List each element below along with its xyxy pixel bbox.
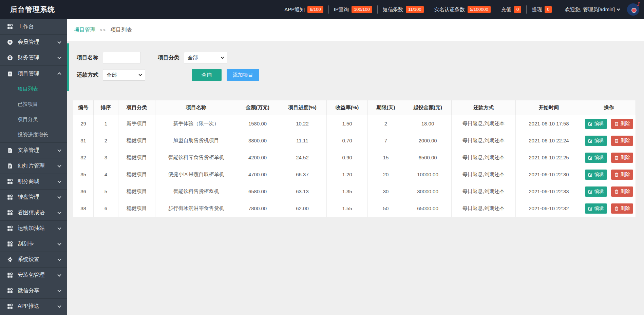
add-project-button[interactable]: 添加项目 [227, 69, 259, 81]
project-name-input[interactable] [103, 52, 141, 63]
topbar-stat[interactable]: IP查询 100/100 [328, 5, 377, 14]
cell-category: 新手项目 [118, 115, 155, 132]
topbar-stat[interactable]: 充值 0 [496, 5, 526, 14]
sidebar-item[interactable]: 微信分享 [0, 283, 67, 299]
cell-rate: 1.35 [327, 183, 368, 200]
cell-text: 2 [105, 138, 107, 143]
sidebar-item[interactable]: V 会员管理 [0, 35, 67, 50]
sidebar-item[interactable]: 看图猜成语 [0, 205, 67, 221]
stat-label: APP通知 [284, 6, 305, 13]
edit-icon [588, 206, 593, 211]
delete-button[interactable]: 删除 [611, 186, 633, 197]
trash-icon [614, 172, 619, 177]
delete-button[interactable]: 删除 [611, 170, 633, 180]
cell-term: 20 [368, 166, 404, 183]
edit-button[interactable]: 编辑 [585, 136, 607, 146]
sidebar-subitem[interactable]: 项目列表 [0, 81, 67, 97]
sidebar-item[interactable]: ¥ 财务管理 [0, 50, 67, 66]
edit-icon [588, 155, 593, 160]
sidebar-item[interactable]: 工作台 [0, 19, 67, 35]
delete-button[interactable]: 删除 [611, 119, 633, 129]
header-cell: 编号 [73, 100, 94, 115]
topbar-right: APP通知 6/100 IP查询 100/100 短信条数 11/100 实名认… [279, 3, 644, 16]
user-avatar[interactable]: ♪ [627, 3, 639, 16]
cell-text: 20 [383, 172, 389, 177]
edit-button[interactable]: 编辑 [585, 203, 607, 214]
sidebar-item[interactable]: 幻灯片管理 [0, 158, 67, 174]
action-buttons: 编辑 删除 [583, 119, 635, 129]
cell-rate: 0.90 [327, 149, 368, 166]
topbar-stat[interactable]: 提现 0 [526, 5, 557, 14]
delete-label: 删除 [621, 138, 630, 144]
edit-button[interactable]: 编辑 [585, 153, 607, 163]
table-row: 36 5 稳健项目 智能饮料售货柜双机 6580.00 63.13 1.35 3… [73, 183, 636, 200]
selected-option: 全部 [107, 72, 117, 78]
selected-option: 全部 [188, 55, 198, 61]
sidebar-item[interactable]: 文章管理 [0, 143, 67, 158]
sidebar-item-label: 积分商城 [18, 178, 39, 185]
filter-row-1: 项目名称 项目分类 全部 [77, 52, 644, 63]
table-row: 31 2 稳健项目 加盟自助售货机项目 3800.00 11.11 0.70 7… [73, 132, 636, 149]
cell-sort: 2 [94, 132, 118, 149]
grid-icon [7, 288, 13, 294]
sidebar-subitem[interactable]: 项目分类 [0, 112, 67, 127]
topbar-stat[interactable]: APP通知 6/100 [279, 5, 328, 14]
table-row: 38 6 稳健项目 步行街冰淇淋零食售货机 7800.00 62.00 1.55… [73, 200, 636, 217]
sidebar-item[interactable]: 转盘管理 [0, 190, 67, 205]
cell-progress: 63.13 [278, 183, 327, 200]
sidebar-item[interactable]: 系统设置 [0, 252, 67, 268]
cell-amount: 6580.00 [237, 183, 278, 200]
project-category-select[interactable]: 全部 [184, 52, 227, 63]
edit-button[interactable]: 编辑 [585, 186, 607, 197]
cell-text: 7800.00 [248, 205, 267, 211]
cell-progress: 62.00 [278, 200, 327, 217]
cell-text: 稳健项目 [127, 137, 147, 143]
grid-icon [7, 194, 13, 200]
cell-text: 18.00 [421, 121, 434, 126]
welcome-text: 欢迎您, 管理员[admin] [565, 6, 615, 13]
sidebar-item[interactable]: 刮刮卡 [0, 236, 67, 252]
cell-text: 2021-06-10 22:25 [529, 155, 569, 160]
edit-button[interactable]: 编辑 [585, 170, 607, 180]
cell-start-time: 2021-06-10 22:33 [516, 183, 582, 200]
stat-badge: 6/100 [307, 6, 323, 13]
search-button[interactable]: 查询 [192, 69, 222, 81]
chevron-down-icon [221, 55, 224, 59]
cell-text: 35 [80, 172, 86, 177]
sidebar-item[interactable]: 安装包管理 [0, 268, 67, 283]
cell-text: 7 [384, 138, 387, 143]
cell-id: 36 [73, 183, 94, 200]
sidebar-subitem[interactable]: 已投项目 [0, 97, 67, 112]
delete-button[interactable]: 删除 [611, 153, 633, 163]
cell-progress: 24.52 [278, 149, 327, 166]
cell-text: 稳健项目 [127, 154, 147, 160]
sidebar-item[interactable]: 积分商城 [0, 174, 67, 190]
edit-icon [588, 172, 593, 177]
trash-icon [614, 155, 619, 160]
delete-button[interactable]: 删除 [611, 203, 633, 214]
edit-button[interactable]: 编辑 [585, 119, 607, 129]
cell-text: 10000.00 [417, 172, 438, 177]
trash-icon [614, 189, 619, 194]
breadcrumb-link[interactable]: 项目管理 [74, 26, 96, 34]
topbar-stat[interactable]: 实名认证条数 5/100000 [429, 5, 496, 14]
delete-button[interactable]: 删除 [611, 136, 633, 146]
sidebar-item[interactable]: 运动加油站 [0, 221, 67, 236]
cell-min-invest: 65000.00 [404, 200, 452, 217]
sidebar-subitem[interactable]: 投资进度增长 [0, 127, 67, 142]
cell-term: 50 [368, 200, 404, 217]
sidebar-item-label: APP推送 [18, 303, 39, 310]
stat-badge: 0 [545, 6, 552, 13]
cell-text: 1.50 [342, 121, 352, 126]
topbar: 后台管理系统 APP通知 6/100 IP查询 100/100 短信条数 11/… [0, 0, 644, 19]
action-buttons: 编辑 删除 [583, 136, 635, 146]
repay-method-select[interactable]: 全部 [103, 69, 145, 81]
sidebar-item[interactable]: APP推送 [0, 299, 67, 314]
cell-id: 32 [73, 149, 94, 166]
cell-start-time: 2021-06-10 22:24 [516, 132, 582, 149]
sidebar-item-label: 转盘管理 [18, 194, 39, 201]
user-menu[interactable]: 欢迎您, 管理员[admin] [557, 5, 624, 14]
topbar-stat[interactable]: 短信条数 11/100 [377, 5, 429, 14]
projects-table: 编号排序项目分类项目名称金额(万元)项目进度(%)收益率(%)期限(天)起投金额… [73, 100, 636, 217]
sidebar-item[interactable]: 项目管理 [0, 66, 67, 81]
